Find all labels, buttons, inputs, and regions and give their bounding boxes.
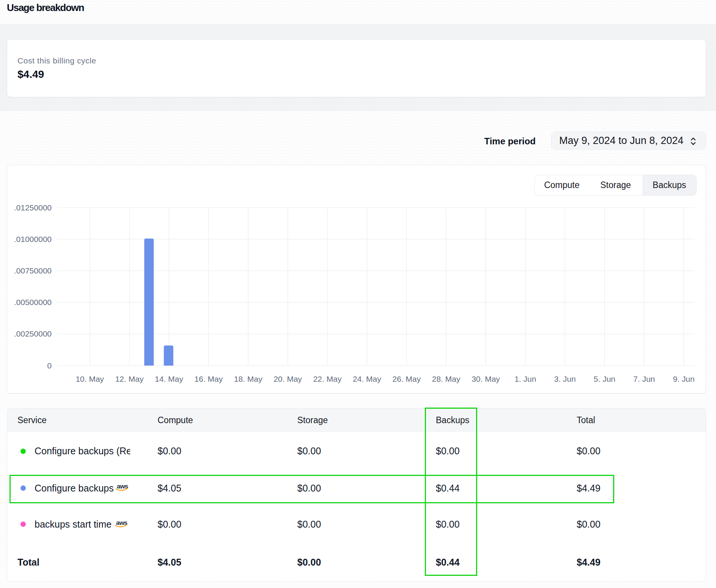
svg-text:9. Jun: 9. Jun <box>673 375 694 383</box>
svg-text:12. May: 12. May <box>115 375 144 383</box>
svg-text:.00250000: .00250000 <box>14 329 52 338</box>
svg-text:.01250000: .01250000 <box>14 203 52 212</box>
svg-text:16. May: 16. May <box>194 375 223 383</box>
svg-text:24. May: 24. May <box>353 375 381 383</box>
svg-text:22. May: 22. May <box>313 375 342 383</box>
svg-text:.01000000: .01000000 <box>14 235 52 243</box>
svg-text:0: 0 <box>47 361 52 370</box>
svg-text:7. Jun: 7. Jun <box>633 375 655 383</box>
svg-text:28. May: 28. May <box>432 375 461 383</box>
svg-text:26. May: 26. May <box>393 375 421 383</box>
svg-text:3. Jun: 3. Jun <box>554 375 576 383</box>
svg-text:1. Jun: 1. Jun <box>514 375 536 383</box>
svg-text:30. May: 30. May <box>472 375 500 383</box>
svg-text:.00500000: .00500000 <box>14 298 52 307</box>
svg-text:18. May: 18. May <box>234 375 262 383</box>
svg-text:5. Jun: 5. Jun <box>594 375 615 383</box>
svg-text:10. May: 10. May <box>76 375 104 383</box>
svg-text:20. May: 20. May <box>274 375 302 383</box>
svg-text:.00750000: .00750000 <box>14 266 52 275</box>
svg-text:14. May: 14. May <box>155 375 183 383</box>
